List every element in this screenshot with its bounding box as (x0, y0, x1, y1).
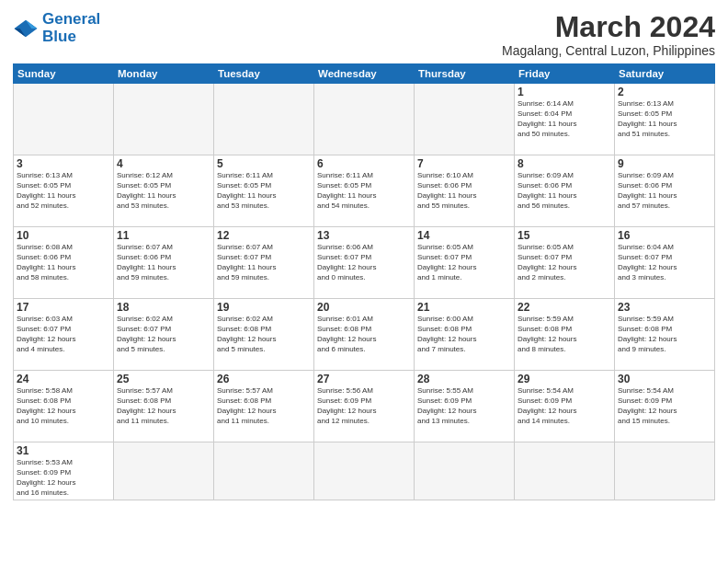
month-title: March 2024 (502, 11, 715, 43)
day-info: Sunrise: 6:02 AM Sunset: 6:07 PM Dayligh… (117, 315, 210, 354)
page: General Blue March 2024 Magalang, Centra… (0, 0, 728, 563)
calendar-cell (214, 442, 314, 500)
day-number: 15 (518, 229, 611, 242)
calendar-cell: 24Sunrise: 5:58 AM Sunset: 6:08 PM Dayli… (14, 371, 114, 442)
weekday-sunday: Sunday (14, 64, 114, 84)
calendar-header: SundayMondayTuesdayWednesdayThursdayFrid… (14, 64, 715, 84)
calendar: SundayMondayTuesdayWednesdayThursdayFrid… (13, 63, 715, 500)
calendar-cell: 23Sunrise: 5:59 AM Sunset: 6:08 PM Dayli… (615, 299, 715, 371)
day-number: 24 (17, 373, 110, 385)
week-row-5: 24Sunrise: 5:58 AM Sunset: 6:08 PM Dayli… (14, 371, 715, 442)
calendar-cell: 29Sunrise: 5:54 AM Sunset: 6:09 PM Dayli… (515, 371, 615, 442)
calendar-cell: 9Sunrise: 6:09 AM Sunset: 6:06 PM Daylig… (615, 155, 715, 227)
day-number: 27 (317, 373, 411, 385)
day-info: Sunrise: 6:09 AM Sunset: 6:06 PM Dayligh… (618, 171, 711, 211)
calendar-cell: 31Sunrise: 5:53 AM Sunset: 6:09 PM Dayli… (14, 442, 114, 500)
calendar-cell: 22Sunrise: 5:59 AM Sunset: 6:08 PM Dayli… (515, 299, 615, 371)
day-info: Sunrise: 5:54 AM Sunset: 6:09 PM Dayligh… (518, 386, 611, 426)
calendar-cell: 14Sunrise: 6:05 AM Sunset: 6:07 PM Dayli… (415, 227, 515, 299)
day-info: Sunrise: 6:07 AM Sunset: 6:06 PM Dayligh… (117, 243, 210, 282)
week-row-3: 10Sunrise: 6:08 AM Sunset: 6:06 PM Dayli… (14, 227, 715, 299)
weekday-wednesday: Wednesday (314, 64, 415, 84)
calendar-cell (214, 84, 314, 155)
day-number: 18 (117, 301, 210, 314)
day-info: Sunrise: 6:07 AM Sunset: 6:07 PM Dayligh… (217, 243, 311, 282)
day-number: 9 (618, 157, 711, 170)
location-subtitle: Magalang, Central Luzon, Philippines (502, 43, 715, 58)
calendar-cell: 30Sunrise: 5:54 AM Sunset: 6:09 PM Dayli… (615, 371, 715, 442)
day-info: Sunrise: 6:04 AM Sunset: 6:07 PM Dayligh… (618, 243, 711, 282)
weekday-row: SundayMondayTuesdayWednesdayThursdayFrid… (14, 64, 715, 84)
day-number: 22 (518, 301, 611, 314)
logo-text: General Blue (42, 11, 100, 45)
day-number: 20 (317, 301, 411, 314)
calendar-cell: 3Sunrise: 6:13 AM Sunset: 6:05 PM Daylig… (14, 155, 114, 227)
day-number: 31 (17, 444, 110, 457)
calendar-cell: 17Sunrise: 6:03 AM Sunset: 6:07 PM Dayli… (14, 299, 114, 371)
day-number: 11 (117, 229, 210, 242)
calendar-cell: 13Sunrise: 6:06 AM Sunset: 6:07 PM Dayli… (314, 227, 415, 299)
day-number: 6 (317, 157, 411, 170)
weekday-monday: Monday (114, 64, 214, 84)
day-info: Sunrise: 5:57 AM Sunset: 6:08 PM Dayligh… (217, 386, 311, 426)
week-row-1: 1Sunrise: 6:14 AM Sunset: 6:04 PM Daylig… (14, 84, 715, 155)
calendar-cell: 5Sunrise: 6:11 AM Sunset: 6:05 PM Daylig… (214, 155, 314, 227)
calendar-cell (415, 84, 515, 155)
logo-icon (13, 18, 39, 39)
day-info: Sunrise: 5:59 AM Sunset: 6:08 PM Dayligh… (518, 315, 611, 354)
calendar-cell: 18Sunrise: 6:02 AM Sunset: 6:07 PM Dayli… (114, 299, 214, 371)
calendar-cell (515, 442, 615, 500)
calendar-body: 1Sunrise: 6:14 AM Sunset: 6:04 PM Daylig… (14, 84, 715, 500)
calendar-cell: 11Sunrise: 6:07 AM Sunset: 6:06 PM Dayli… (114, 227, 214, 299)
day-number: 14 (417, 229, 511, 242)
day-info: Sunrise: 6:02 AM Sunset: 6:08 PM Dayligh… (217, 315, 311, 354)
day-number: 17 (17, 301, 110, 314)
day-info: Sunrise: 6:06 AM Sunset: 6:07 PM Dayligh… (317, 243, 411, 282)
calendar-cell: 28Sunrise: 5:55 AM Sunset: 6:09 PM Dayli… (415, 371, 515, 442)
calendar-cell (415, 442, 515, 500)
calendar-cell: 27Sunrise: 5:56 AM Sunset: 6:09 PM Dayli… (314, 371, 415, 442)
day-info: Sunrise: 6:10 AM Sunset: 6:06 PM Dayligh… (417, 171, 511, 211)
day-number: 5 (217, 157, 311, 170)
day-number: 29 (518, 373, 611, 385)
calendar-cell: 25Sunrise: 5:57 AM Sunset: 6:08 PM Dayli… (114, 371, 214, 442)
day-info: Sunrise: 6:00 AM Sunset: 6:08 PM Dayligh… (417, 315, 511, 354)
calendar-cell: 2Sunrise: 6:13 AM Sunset: 6:05 PM Daylig… (615, 84, 715, 155)
calendar-cell (114, 442, 214, 500)
day-info: Sunrise: 5:59 AM Sunset: 6:08 PM Dayligh… (618, 315, 711, 354)
day-info: Sunrise: 6:12 AM Sunset: 6:05 PM Dayligh… (117, 171, 210, 211)
week-row-6: 31Sunrise: 5:53 AM Sunset: 6:09 PM Dayli… (14, 442, 715, 500)
day-info: Sunrise: 6:14 AM Sunset: 6:04 PM Dayligh… (518, 99, 611, 139)
day-info: Sunrise: 5:57 AM Sunset: 6:08 PM Dayligh… (117, 386, 210, 426)
day-number: 23 (618, 301, 711, 314)
calendar-cell: 19Sunrise: 6:02 AM Sunset: 6:08 PM Dayli… (214, 299, 314, 371)
week-row-4: 17Sunrise: 6:03 AM Sunset: 6:07 PM Dayli… (14, 299, 715, 371)
calendar-cell: 4Sunrise: 6:12 AM Sunset: 6:05 PM Daylig… (114, 155, 214, 227)
day-number: 10 (17, 229, 110, 242)
calendar-cell: 26Sunrise: 5:57 AM Sunset: 6:08 PM Dayli… (214, 371, 314, 442)
logo-general: General (42, 10, 100, 28)
day-number: 8 (518, 157, 611, 170)
day-number: 19 (217, 301, 311, 314)
day-number: 21 (417, 301, 511, 314)
calendar-cell: 12Sunrise: 6:07 AM Sunset: 6:07 PM Dayli… (214, 227, 314, 299)
week-row-2: 3Sunrise: 6:13 AM Sunset: 6:05 PM Daylig… (14, 155, 715, 227)
calendar-cell: 1Sunrise: 6:14 AM Sunset: 6:04 PM Daylig… (515, 84, 615, 155)
weekday-tuesday: Tuesday (214, 64, 314, 84)
calendar-cell (615, 442, 715, 500)
calendar-cell (314, 442, 415, 500)
day-info: Sunrise: 6:13 AM Sunset: 6:05 PM Dayligh… (618, 99, 711, 139)
calendar-cell: 20Sunrise: 6:01 AM Sunset: 6:08 PM Dayli… (314, 299, 415, 371)
calendar-cell: 16Sunrise: 6:04 AM Sunset: 6:07 PM Dayli… (615, 227, 715, 299)
header: General Blue March 2024 Magalang, Centra… (13, 11, 715, 58)
day-info: Sunrise: 6:11 AM Sunset: 6:05 PM Dayligh… (217, 171, 311, 211)
day-info: Sunrise: 6:05 AM Sunset: 6:07 PM Dayligh… (518, 243, 611, 282)
day-info: Sunrise: 6:05 AM Sunset: 6:07 PM Dayligh… (417, 243, 511, 282)
weekday-saturday: Saturday (615, 64, 715, 84)
day-number: 2 (618, 86, 711, 98)
day-info: Sunrise: 6:11 AM Sunset: 6:05 PM Dayligh… (317, 171, 411, 211)
day-info: Sunrise: 5:53 AM Sunset: 6:09 PM Dayligh… (17, 458, 110, 498)
day-number: 1 (518, 86, 611, 98)
day-info: Sunrise: 5:56 AM Sunset: 6:09 PM Dayligh… (317, 386, 411, 426)
day-number: 13 (317, 229, 411, 242)
